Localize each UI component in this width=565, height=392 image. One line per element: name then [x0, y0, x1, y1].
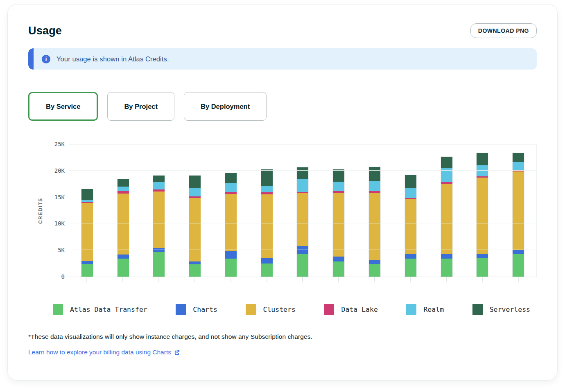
x-tick-slot [177, 277, 213, 283]
x-tick-slot [393, 277, 429, 283]
bar-segment-charts[interactable] [225, 251, 237, 259]
y-axis: CREDITS 05K10K15K20K25K [28, 144, 69, 277]
bar-segment-charts[interactable] [333, 257, 344, 261]
bar-segment-atlas-data-transfer[interactable] [369, 264, 380, 277]
x-axis-tick [267, 277, 267, 282]
x-tick-slot [249, 277, 285, 283]
tab-by-deployment[interactable]: By Deployment [184, 92, 267, 121]
x-axis-tick [158, 277, 159, 282]
bar-segment-clusters[interactable] [297, 193, 308, 246]
x-axis-tick [482, 277, 483, 282]
bar-segment-serverless[interactable] [405, 175, 416, 188]
bar-segment-charts[interactable] [81, 261, 93, 264]
bar-segment-atlas-data-transfer[interactable] [477, 258, 488, 277]
bar-segment-clusters[interactable] [405, 199, 416, 254]
x-tick-slot [357, 277, 393, 283]
bar-segment-clusters[interactable] [189, 198, 201, 261]
legend-swatch [472, 304, 483, 315]
y-tick-label: 15K [54, 194, 65, 201]
stacked-bar[interactable] [297, 167, 308, 277]
stacked-bar[interactable] [118, 179, 129, 277]
bar-segment-charts[interactable] [261, 258, 273, 263]
stacked-bar[interactable] [225, 173, 237, 277]
bar-segment-realm[interactable] [261, 186, 273, 192]
bar-segment-realm[interactable] [225, 183, 237, 191]
stacked-bar[interactable] [405, 175, 416, 277]
legend-swatch [53, 304, 63, 315]
bar-segment-atlas-data-transfer[interactable] [441, 259, 452, 277]
bar-segment-atlas-data-transfer[interactable] [513, 254, 524, 277]
chart-legend: Atlas Data TransferChartsClustersData La… [28, 304, 537, 315]
stacked-bar[interactable] [153, 176, 165, 277]
legend-swatch [246, 304, 256, 315]
download-png-button[interactable]: DOWNLOAD PNG [470, 23, 537, 38]
bar-segment-serverless[interactable] [441, 157, 452, 168]
bar-segment-serverless[interactable] [513, 153, 524, 162]
x-axis-tick [338, 277, 339, 282]
info-banner: i Your usage is shown in Atlas Credits. [28, 48, 537, 70]
bar-segment-atlas-data-transfer[interactable] [189, 264, 201, 277]
legend-item-data-lake: Data Lake [324, 304, 377, 315]
bar-segment-clusters[interactable] [153, 191, 165, 248]
bar-segment-clusters[interactable] [513, 171, 524, 250]
bar-segment-atlas-data-transfer[interactable] [261, 264, 273, 277]
bar-segment-realm[interactable] [369, 181, 380, 191]
x-axis-tick [446, 277, 447, 282]
bar-segment-serverless[interactable] [189, 176, 201, 188]
bar-segment-realm[interactable] [189, 188, 201, 196]
bar-segment-charts[interactable] [513, 250, 524, 254]
bar-segment-realm[interactable] [333, 182, 344, 191]
usage-card: Usage DOWNLOAD PNG i Your usage is shown… [7, 4, 558, 381]
stacked-bar[interactable] [513, 153, 524, 277]
bar-segment-clusters[interactable] [477, 178, 488, 254]
bar-segment-serverless[interactable] [297, 167, 308, 179]
bar-segment-charts[interactable] [118, 255, 129, 259]
tab-by-service[interactable]: By Service [28, 92, 98, 121]
bar-segment-serverless[interactable] [477, 153, 488, 165]
bar-segment-realm[interactable] [477, 165, 488, 176]
bar-segment-clusters[interactable] [333, 193, 344, 257]
bar-segment-atlas-data-transfer[interactable] [225, 259, 237, 277]
bar-segment-charts[interactable] [441, 254, 452, 259]
bar-segment-clusters[interactable] [81, 203, 93, 261]
bar-segment-atlas-data-transfer[interactable] [333, 261, 344, 277]
bar-segment-serverless[interactable] [81, 189, 93, 200]
stacked-bar[interactable] [189, 176, 201, 277]
stacked-bar[interactable] [81, 189, 93, 277]
bar-segment-atlas-data-transfer[interactable] [153, 252, 165, 277]
bar-segment-charts[interactable] [369, 260, 380, 264]
bar-segment-serverless[interactable] [153, 176, 165, 182]
bar-segment-realm[interactable] [153, 182, 165, 189]
stacked-bar[interactable] [441, 157, 452, 277]
stacked-bar[interactable] [369, 167, 380, 277]
stacked-bar[interactable] [477, 153, 488, 277]
bar-segment-serverless[interactable] [118, 179, 129, 187]
bar-segment-realm[interactable] [297, 179, 308, 192]
view-tabs: By ServiceBy ProjectBy Deployment [28, 92, 537, 121]
header: Usage DOWNLOAD PNG [28, 23, 537, 38]
bar-segment-serverless[interactable] [261, 169, 273, 186]
bar-segment-serverless[interactable] [333, 169, 344, 182]
x-axis-tick [302, 277, 303, 282]
legend-swatch [324, 304, 334, 315]
bar-segment-atlas-data-transfer[interactable] [118, 259, 129, 277]
bar-segment-serverless[interactable] [225, 173, 237, 183]
bar-segment-realm[interactable] [513, 162, 524, 170]
bar-segment-clusters[interactable] [118, 194, 129, 255]
bar-segment-charts[interactable] [405, 254, 416, 259]
billing-data-charts-link[interactable]: Learn how to explore your billing data u… [28, 349, 180, 356]
bar-segment-charts[interactable] [297, 246, 308, 254]
legend-label: Realm [423, 306, 444, 313]
tab-by-project[interactable]: By Project [107, 92, 174, 121]
bar-segment-atlas-data-transfer[interactable] [81, 264, 93, 277]
bar-segment-atlas-data-transfer[interactable] [297, 254, 308, 277]
x-tick-slot [465, 277, 501, 283]
bar-segment-realm[interactable] [118, 187, 129, 191]
bar-segment-clusters[interactable] [261, 194, 273, 259]
bar-segment-clusters[interactable] [225, 194, 237, 251]
bar-segment-serverless[interactable] [369, 167, 380, 181]
link-text[interactable]: Learn how to explore your billing data u… [28, 349, 171, 356]
bar-segment-atlas-data-transfer[interactable] [405, 259, 416, 277]
bar-segment-charts[interactable] [477, 254, 488, 258]
bar-segment-clusters[interactable] [441, 184, 452, 254]
